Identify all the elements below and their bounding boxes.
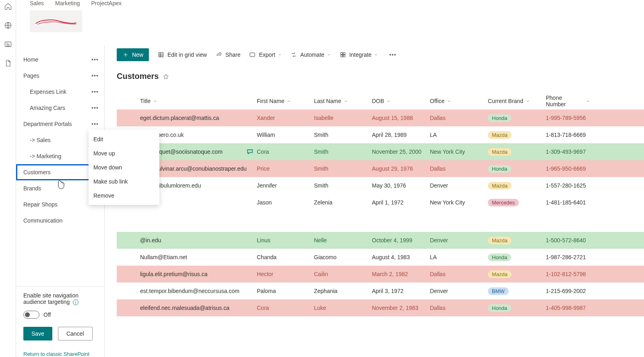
nav-item-amazing-cars[interactable]: Amazing Cars•••	[16, 100, 104, 116]
site-header: Sales Marketing ProjectApex	[16, 0, 644, 45]
nav-item-label: Pages	[23, 72, 39, 79]
nav-item-home[interactable]: Home•••	[16, 52, 104, 68]
cell-phone: 1-557-280-1625	[546, 182, 590, 189]
menu-move-down[interactable]: Move down	[89, 160, 159, 174]
cell-brand: Mazda	[488, 237, 546, 244]
col-phone-number[interactable]: Phone Number	[546, 95, 590, 107]
cell-title[interactable]: Nullam@Etiam.net	[140, 254, 257, 260]
cell-last-name: Isabelle	[314, 115, 372, 121]
cell-phone: 1-309-493-9697	[546, 149, 590, 155]
save-button[interactable]: Save	[23, 327, 52, 340]
info-icon[interactable]: i	[73, 299, 78, 305]
menu-edit[interactable]: Edit	[89, 132, 159, 146]
cell-dob: May 30, 1976	[372, 182, 430, 189]
home-icon[interactable]	[4, 2, 12, 12]
cell-phone: 1-215-699-2002	[546, 288, 590, 294]
col-dob[interactable]: DOB	[372, 98, 430, 104]
col-current-brand[interactable]: Current Brand	[488, 98, 546, 104]
table-row[interactable]: eleifend.nec.malesuada@atrisus.caCoraLuk…	[117, 299, 644, 316]
cell-office: Dallas	[430, 271, 488, 277]
table-row[interactable]: est.tempor.bibendum@neccursusa.comPaloma…	[117, 283, 644, 299]
svg-rect-5	[343, 53, 345, 55]
cell-office: Dallas	[430, 165, 488, 172]
hub-tab-sales[interactable]: Sales	[30, 0, 44, 6]
edit-grid-button[interactable]: Edit in grid view	[158, 52, 207, 58]
table-row[interactable]: on.comJasonZeleniaApril 1, 1972New York …	[117, 194, 644, 211]
cancel-button[interactable]: Cancel	[58, 327, 93, 340]
menu-move-up[interactable]: Move up	[89, 146, 159, 160]
nav-item-more-icon[interactable]: •••	[89, 87, 101, 97]
cell-first-name: Price	[257, 165, 314, 172]
nav-item-communication[interactable]: Communication	[16, 213, 104, 229]
cell-phone: 1-102-812-5798	[546, 271, 590, 277]
cell-first-name: Jennifer	[257, 182, 314, 189]
cell-dob: April 3, 1972	[372, 288, 430, 294]
share-button[interactable]: Share	[216, 52, 240, 58]
cell-title[interactable]: est.tempor.bibendum@neccursusa.com	[140, 288, 257, 294]
nav-item-more-icon[interactable]: •••	[89, 55, 101, 64]
document-icon[interactable]	[4, 59, 12, 68]
favorite-icon[interactable]	[163, 73, 169, 80]
svg-rect-2	[159, 53, 163, 57]
news-icon[interactable]	[4, 40, 12, 50]
nav-item-more-icon[interactable]: •••	[89, 71, 101, 80]
nav-item-pages[interactable]: Pages•••	[16, 68, 104, 84]
cell-office: LA	[430, 132, 488, 138]
more-commands[interactable]: •••	[387, 50, 399, 60]
return-classic-link[interactable]: Return to classic SharePoint	[16, 346, 104, 357]
automate-button[interactable]: Automate	[291, 52, 331, 58]
cell-dob: August 29, 1976	[372, 165, 430, 172]
table-row[interactable]: a@aclibero.co.ukWilliamSmithApril 28, 19…	[117, 126, 644, 143]
table-row[interactable]: vitae.aliquet@sociisnatoque.comCoraSmith…	[117, 143, 644, 160]
toggle-state-text: Off	[43, 312, 51, 318]
nav-item-label: Expenses Link	[30, 89, 66, 95]
cell-last-name: Cailin	[314, 271, 372, 277]
cell-title[interactable]: eleifend.nec.malesuada@atrisus.ca	[140, 305, 257, 311]
cell-first-name: William	[257, 132, 314, 138]
table-row[interactable]: @in.eduLinusNelleOctober 4, 1999DenverMa…	[117, 232, 644, 249]
menu-remove[interactable]: Remove	[89, 188, 159, 202]
svg-rect-3	[250, 53, 255, 56]
cell-phone: 1-405-998-9987	[546, 305, 590, 311]
new-button[interactable]: New	[117, 48, 149, 61]
globe-icon[interactable]	[4, 21, 12, 31]
nav-item-more-icon[interactable]: •••	[89, 103, 101, 113]
cell-office: New York City	[430, 199, 488, 206]
audience-targeting-toggle[interactable]	[23, 311, 39, 319]
cell-first-name: Chanda	[257, 254, 314, 260]
table-row[interactable]: ligula.elit.pretium@risus.caHectorCailin…	[117, 266, 644, 283]
cell-brand: Honda	[488, 114, 546, 122]
col-office[interactable]: Office	[430, 98, 488, 104]
cell-brand: Mazda	[488, 148, 546, 156]
cell-dob: August 15, 1988	[372, 115, 430, 121]
hub-tab-projectapex[interactable]: ProjectApex	[91, 0, 122, 6]
col-first-name[interactable]: First Name	[257, 98, 314, 104]
table-row[interactable]: eget.dictum.placerat@mattis.caXanderIsab…	[117, 109, 644, 126]
cell-title[interactable]: eget.dictum.placerat@mattis.ca	[140, 115, 257, 121]
table-row[interactable]: e@vestibulumlorem.eduJenniferSmithMay 30…	[117, 177, 644, 194]
col-last-name[interactable]: Last Name	[314, 98, 372, 104]
nav-item-label: Department Portals	[23, 121, 72, 127]
cell-phone: 1-965-950-6669	[546, 165, 590, 172]
cell-brand: Mercedes	[488, 199, 546, 206]
command-bar: New Edit in grid view Share Export	[105, 45, 644, 64]
nav-item-expenses-link[interactable]: Expenses Link•••	[16, 84, 104, 100]
table-row[interactable]: Nunc.pulvinar.arcu@conubianostraper.eduP…	[117, 160, 644, 177]
cell-title[interactable]: @in.edu	[140, 237, 257, 244]
menu-make-sub-link[interactable]: Make sub link	[89, 174, 159, 188]
integrate-button[interactable]: Integrate	[340, 52, 378, 58]
cell-title[interactable]: ligula.elit.pretium@risus.ca	[140, 271, 257, 277]
cell-office: Denver	[430, 182, 488, 189]
site-logo[interactable]	[30, 10, 82, 32]
col-title[interactable]: Title	[140, 98, 257, 104]
table-row[interactable]: Nullam@Etiam.netChandaGiacomoAugust 4, 1…	[117, 249, 644, 266]
export-button[interactable]: Export	[249, 52, 281, 58]
comment-icon[interactable]	[246, 148, 254, 155]
cell-phone: 1-987-286-2721	[546, 254, 590, 260]
cell-dob: April 28, 1989	[372, 132, 430, 138]
nav-item-more-icon[interactable]: •••	[89, 119, 101, 129]
cell-phone: 1-813-718-6669	[546, 132, 590, 138]
svg-rect-6	[341, 55, 343, 57]
hub-tab-marketing[interactable]: Marketing	[55, 0, 80, 6]
cell-office: Denver	[430, 237, 488, 244]
